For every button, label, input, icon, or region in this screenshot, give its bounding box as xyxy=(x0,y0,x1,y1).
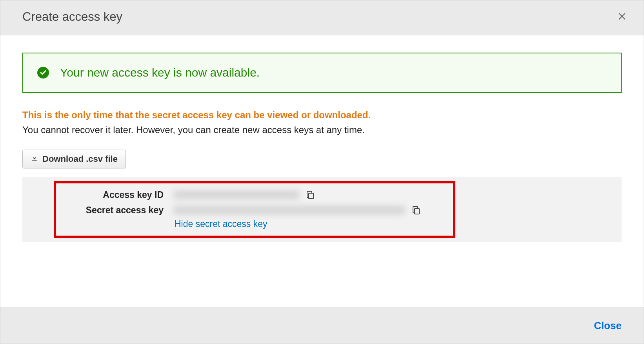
modal-title: Create access key xyxy=(22,10,122,24)
success-message: Your new access key is now available. xyxy=(60,66,260,79)
modal-header: Create access key xyxy=(0,0,644,35)
close-button[interactable]: Close xyxy=(594,320,622,332)
key-details-panel: Access key ID Secret access key xyxy=(22,177,622,242)
copy-icon[interactable] xyxy=(306,190,315,199)
create-access-key-modal: Create access key Your new access key is… xyxy=(0,0,644,344)
warning-line-1: This is the only time that the secret ac… xyxy=(22,110,371,120)
download-icon xyxy=(31,154,38,164)
highlight-box: Access key ID Secret access key xyxy=(54,181,455,238)
svg-rect-1 xyxy=(415,209,419,214)
access-key-id-label: Access key ID xyxy=(65,190,164,200)
download-csv-button[interactable]: Download .csv file xyxy=(22,150,126,168)
modal-footer: Close xyxy=(0,307,644,344)
hide-secret-key-link[interactable]: Hide secret access key xyxy=(175,219,267,229)
warning-text: This is the only time that the secret ac… xyxy=(22,108,622,138)
secret-access-key-value xyxy=(174,205,421,215)
close-icon[interactable] xyxy=(615,10,629,24)
warning-line-2: You cannot recover it later. However, yo… xyxy=(22,124,365,135)
modal-body: Your new access key is now available. Th… xyxy=(0,35,644,307)
secret-access-key-label: Secret access key xyxy=(65,205,164,216)
secret-access-key-redacted xyxy=(174,206,405,214)
svg-rect-0 xyxy=(309,193,313,199)
success-banner: Your new access key is now available. xyxy=(22,53,622,93)
secret-access-key-row: Secret access key xyxy=(65,203,444,218)
access-key-id-row: Access key ID xyxy=(65,187,444,203)
download-button-label: Download .csv file xyxy=(42,154,118,164)
copy-icon[interactable] xyxy=(411,205,421,215)
access-key-id-value xyxy=(174,190,315,199)
access-key-id-redacted xyxy=(174,190,299,199)
check-circle-icon xyxy=(37,67,49,79)
